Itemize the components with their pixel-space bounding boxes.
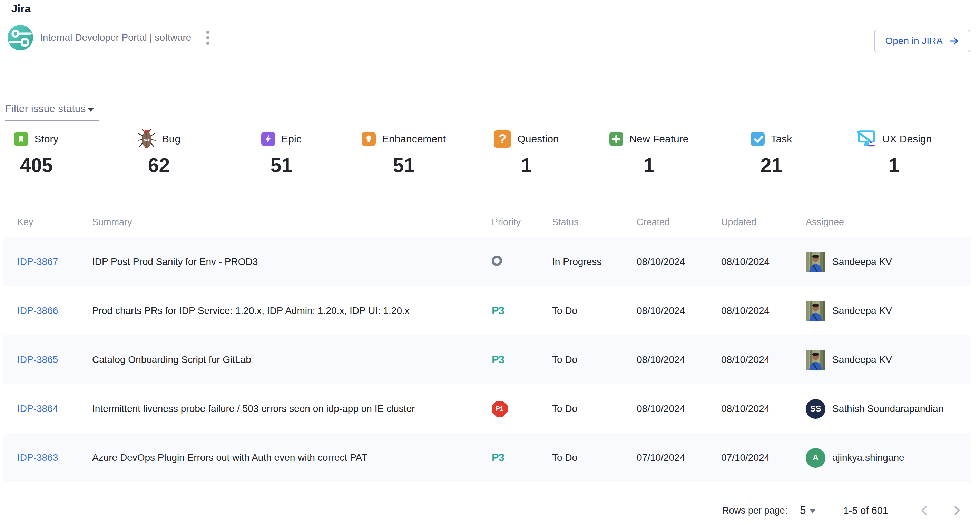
issue-updated: 08/10/2024 <box>721 354 806 365</box>
task-icon <box>751 132 765 146</box>
table-header-row: Key Summary Priority Status Created Upda… <box>3 207 971 237</box>
issue-created: 07/10/2024 <box>636 452 721 463</box>
counter-epic: Epic 51 <box>245 128 368 177</box>
counter-label: Story <box>34 133 58 145</box>
issue-updated: 08/10/2024 <box>721 256 806 267</box>
ux-design-icon <box>856 130 876 148</box>
no-priority-ring-icon <box>492 255 502 266</box>
issue-key-link[interactable]: IDP-3865 <box>17 354 58 365</box>
issue-summary: Prod charts PRs for IDP Service: 1.20.x,… <box>92 305 492 316</box>
issue-key-link[interactable]: IDP-3866 <box>17 305 58 316</box>
issue-key-link[interactable]: IDP-3867 <box>17 256 58 267</box>
issue-summary: IDP Post Prod Sanity for Env - PROD3 <box>92 256 492 267</box>
svg-text:?: ? <box>499 132 507 146</box>
avatar-initials: SS <box>806 399 826 419</box>
issue-created: 08/10/2024 <box>636 403 721 414</box>
counter-label: New Feature <box>629 133 689 145</box>
issue-type-counters: Story 405 </> <box>0 128 980 177</box>
question-icon: ? <box>494 130 511 148</box>
avatar-initials: A <box>806 448 826 468</box>
counter-count: 62 <box>148 154 170 177</box>
counter-task: Task 21 <box>735 128 858 177</box>
story-icon <box>14 132 28 146</box>
issue-status: To Do <box>552 403 636 414</box>
counter-label: Enhancement <box>382 133 446 145</box>
assignee-name: Sandeepa KV <box>832 256 892 267</box>
counter-label: Bug <box>162 133 180 145</box>
table-row: IDP-3866 Prod charts PRs for IDP Service… <box>3 286 971 335</box>
issue-key-link[interactable]: IDP-3863 <box>17 452 58 463</box>
table-pagination: Rows per page: 5 1-5 of 601 <box>722 500 966 522</box>
jira-plugin-card: Jira Internal Developer Portal | softwar… <box>0 0 980 525</box>
pagination-range: 1-5 of 601 <box>843 505 888 516</box>
counter-label: Task <box>771 133 792 145</box>
column-header-priority[interactable]: Priority <box>492 217 552 228</box>
issue-status: In Progress <box>552 256 636 267</box>
open-in-jira-button[interactable]: Open in JIRA <box>874 30 970 52</box>
counter-story: Story 405 <box>0 128 123 177</box>
counter-count: 1 <box>889 154 900 177</box>
next-page-button[interactable] <box>948 501 966 520</box>
priority-p3-icon: P3 <box>492 354 552 366</box>
chevron-right-icon <box>949 503 964 518</box>
chevron-left-icon <box>917 503 932 518</box>
rows-per-page-label: Rows per page: <box>722 505 788 516</box>
kebab-menu-icon[interactable] <box>203 27 213 48</box>
issue-summary: Intermittent liveness probe failure / 50… <box>92 403 492 414</box>
issue-status: To Do <box>552 452 636 463</box>
issue-created: 08/10/2024 <box>636 354 721 365</box>
column-header-key[interactable]: Key <box>17 217 92 228</box>
assignee-name: Sathish Soundarapandian <box>832 403 943 414</box>
issues-table: Key Summary Priority Status Created Upda… <box>0 207 980 482</box>
project-logo-icon <box>8 25 33 50</box>
counter-count: 51 <box>270 154 292 177</box>
issue-status: To Do <box>552 305 636 316</box>
prev-page-button[interactable] <box>915 501 934 520</box>
table-row: IDP-3867 IDP Post Prod Sanity for Env - … <box>3 237 971 286</box>
column-header-assignee[interactable]: Assignee <box>806 217 971 228</box>
rows-per-page-select[interactable]: 5 <box>800 504 815 517</box>
issue-created: 08/10/2024 <box>636 305 721 316</box>
counter-count: 405 <box>20 154 53 177</box>
enhancement-icon <box>362 132 376 146</box>
priority-p3-icon: P3 <box>492 452 552 464</box>
arrow-right-icon <box>948 35 959 46</box>
counter-label: UX Design <box>882 133 932 145</box>
page-title: Jira <box>11 3 31 15</box>
project-header: Internal Developer Portal | software <box>8 25 213 50</box>
issue-key-link[interactable]: IDP-3864 <box>17 403 58 414</box>
project-name: Internal Developer Portal | software <box>40 32 191 43</box>
table-row: IDP-3864 Intermittent liveness probe fai… <box>3 384 971 433</box>
issue-updated: 08/10/2024 <box>721 305 806 316</box>
counter-question: ? Question 1 <box>490 128 612 177</box>
counter-count: 1 <box>521 154 532 177</box>
bug-icon: </> <box>137 128 156 150</box>
new-feature-icon <box>609 132 623 146</box>
priority-p1-icon: P1 <box>492 401 508 417</box>
assignee-name: Sandeepa KV <box>832 354 892 365</box>
issue-status: To Do <box>552 354 636 365</box>
dropdown-caret-icon <box>810 509 815 513</box>
rows-per-page-value: 5 <box>800 504 806 517</box>
assignee-name: Sandeepa KV <box>832 305 892 316</box>
column-header-status[interactable]: Status <box>552 217 636 228</box>
avatar-photo <box>806 350 826 370</box>
filter-issue-status-select[interactable]: Filter issue status <box>5 103 99 121</box>
column-header-updated[interactable]: Updated <box>721 217 806 228</box>
assignee-name: ajinkya.shingane <box>832 452 904 463</box>
column-header-created[interactable]: Created <box>636 217 721 228</box>
counter-bug: </> Bug 62 <box>123 128 245 177</box>
issue-created: 08/10/2024 <box>636 256 721 267</box>
counter-count: 51 <box>393 154 415 177</box>
counter-ux-design: UX Design 1 <box>858 128 980 177</box>
table-row: IDP-3863 Azure DevOps Plugin Errors out … <box>3 433 971 482</box>
epic-icon <box>261 132 275 146</box>
column-header-summary[interactable]: Summary <box>92 217 492 228</box>
counter-new-feature: New Feature 1 <box>612 128 735 177</box>
svg-text:</>: </> <box>143 138 150 143</box>
avatar-photo <box>806 252 826 272</box>
avatar-photo <box>806 301 826 321</box>
table-row: IDP-3865 Catalog Onboarding Script for G… <box>3 335 971 384</box>
counter-enhancement: Enhancement 51 <box>368 128 490 177</box>
counter-label: Question <box>517 133 559 145</box>
